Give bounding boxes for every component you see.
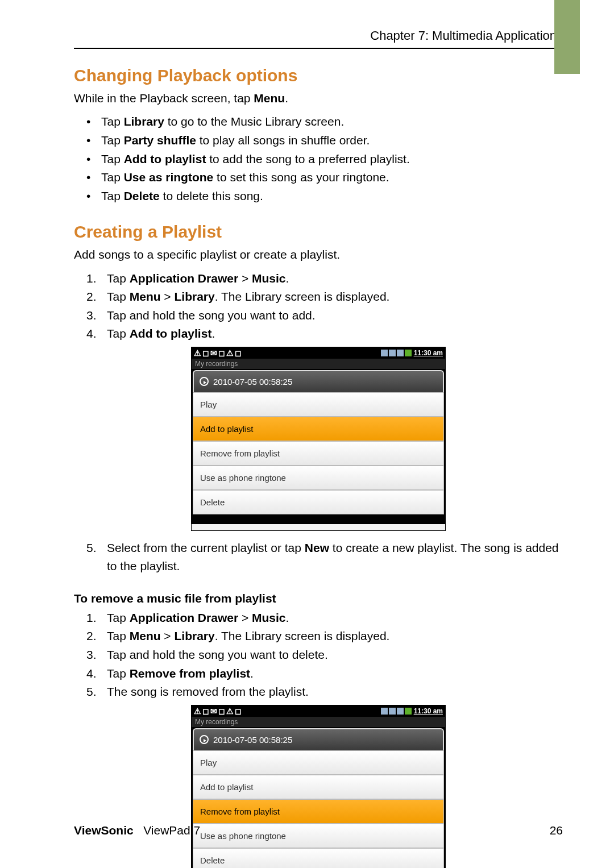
steps-list-remove: Tap Application Drawer > Music. Tap Menu… (74, 609, 563, 701)
play-circle-icon (200, 377, 209, 386)
menu-item-play[interactable]: Play (193, 750, 444, 775)
network-icon (397, 708, 404, 715)
notify-icon: ◻ (202, 348, 209, 358)
step-item: Tap Menu > Library. The Library screen i… (90, 627, 563, 646)
battery-icon (389, 708, 396, 715)
bullet-item: Tap Delete to delete this song. (90, 187, 563, 206)
dialog-title: 2010-07-05 00:58:25 (193, 728, 444, 750)
mail-icon: ✉ (210, 707, 217, 716)
breadcrumb: My recordings (192, 717, 445, 727)
intro-paragraph-1: While in the Playback screen, tap Menu. (74, 90, 563, 107)
step-item: Tap and hold the song you want to delete… (90, 646, 563, 665)
step-item: Tap Application Drawer > Music. (90, 609, 563, 628)
battery-icon (389, 350, 396, 356)
subheading-remove: To remove a music file from playlist (74, 592, 563, 605)
menu-item-remove-from-playlist[interactable]: Remove from playlist (193, 799, 444, 824)
intro-paragraph-2: Add songs to a specific playlist or crea… (74, 246, 563, 263)
steps-list-create-cont: Select from the current playlist or tap … (74, 539, 563, 576)
bullet-list-playback: Tap Library to go to the Music Library s… (74, 113, 563, 205)
step-item: Select from the current playlist or tap … (90, 539, 563, 576)
menu-item-add-to-playlist[interactable]: Add to playlist (193, 775, 444, 799)
page-footer: ViewSonic ViewPad 7 26 (74, 824, 563, 837)
play-circle-icon (200, 735, 209, 744)
dialog-title: 2010-07-05 00:58:25 (193, 370, 444, 392)
heading-creating-a-playlist: Creating a Playlist (74, 222, 563, 242)
bt-icon: ◻ (218, 348, 225, 358)
status-bar: ⚠ ◻ ✉ ◻ ⚠ ◻ 11:30 am (192, 705, 445, 717)
warning-icon: ⚠ (194, 707, 201, 716)
charge-icon (405, 708, 412, 715)
step-item: The song is removed from the playlist. (90, 683, 563, 701)
step-item: Tap Menu > Library. The Library screen i… (90, 288, 563, 306)
menu-item-play[interactable]: Play (193, 392, 444, 417)
page-number: 26 (550, 824, 563, 837)
status-time: 11:30 am (414, 349, 443, 357)
bullet-item: Tap Use as ringtone to set this song as … (90, 168, 563, 187)
status-bar: ⚠ ◻ ✉ ◻ ⚠ ◻ 11:30 am (192, 347, 445, 359)
bt-icon: ◻ (218, 707, 225, 716)
bullet-item: Tap Party shuffle to play all songs in s… (90, 131, 563, 150)
menu-item-add-to-playlist[interactable]: Add to playlist (193, 417, 444, 441)
network-icon (397, 350, 404, 356)
corner-accent (554, 0, 580, 74)
menu-item-use-as-ringtone[interactable]: Use as phone ringtone (193, 466, 444, 490)
mail-icon: ✉ (210, 348, 217, 358)
warning-icon: ⚠ (226, 348, 234, 358)
menu-item-delete[interactable]: Delete (193, 848, 444, 868)
charge-icon (405, 350, 412, 356)
status-time: 11:30 am (414, 707, 443, 715)
sd-icon: ◻ (235, 348, 242, 358)
bullet-item: Tap Add to playlist to add the song to a… (90, 150, 563, 169)
signal-icon (381, 708, 388, 715)
bullet-item: Tap Library to go to the Music Library s… (90, 113, 563, 131)
step-item: Tap Remove from playlist. (90, 665, 563, 683)
signal-icon (381, 350, 388, 356)
heading-changing-playback-options: Changing Playback options (74, 66, 563, 85)
menu-item-delete[interactable]: Delete (193, 490, 444, 514)
chapter-header: Chapter 7: Multimedia Applications (74, 28, 563, 49)
warning-icon: ⚠ (226, 707, 234, 716)
sd-icon: ◻ (235, 707, 242, 716)
step-item: Tap and hold the song you want to add. (90, 306, 563, 325)
notify-icon: ◻ (202, 707, 209, 716)
phone-screenshot-remove: ⚠ ◻ ✉ ◻ ⚠ ◻ 11:30 am My recordings 2010-… (191, 705, 446, 868)
phone-screenshot-add: ⚠ ◻ ✉ ◻ ⚠ ◻ 11:30 am My recordings 2010-… (191, 347, 446, 531)
step-item: Tap Application Drawer > Music. (90, 269, 563, 288)
step-item: Tap Add to playlist. (90, 325, 563, 343)
steps-list-create: Tap Application Drawer > Music. Tap Menu… (74, 269, 563, 343)
warning-icon: ⚠ (194, 348, 201, 358)
menu-item-remove-from-playlist[interactable]: Remove from playlist (193, 441, 444, 466)
breadcrumb: My recordings (192, 359, 445, 369)
